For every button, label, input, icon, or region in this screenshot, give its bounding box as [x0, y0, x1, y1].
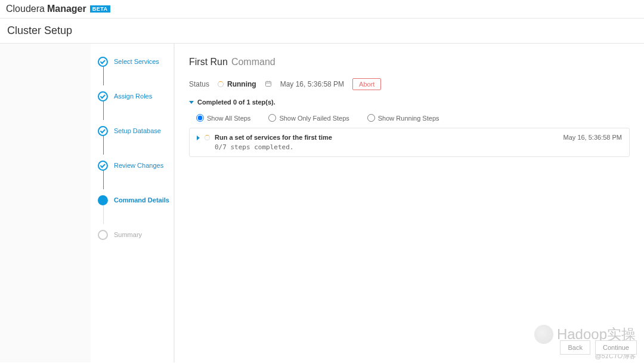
status-row: Status Running May 16, 5:36:58 PM Abort [189, 78, 630, 90]
brand-cloudera: Cloudera [6, 4, 45, 14]
continue-button[interactable]: Continue [595, 340, 637, 355]
completed-summary: Completed 0 of 1 step(s). [197, 99, 275, 106]
filter-all[interactable]: Show All Steps [196, 114, 250, 122]
completed-toggle[interactable]: Completed 0 of 1 step(s). [189, 99, 630, 106]
spinner-icon [205, 135, 210, 140]
step-label: Command Details [114, 196, 169, 204]
step-setup-database[interactable]: Setup Database [91, 125, 174, 137]
chevron-right-icon[interactable] [197, 136, 200, 140]
task-progress: 0/7 steps completed. [215, 143, 559, 151]
content-panel: First Run Command Status Running May 16,… [174, 44, 644, 362]
status-timestamp: May 16, 5:36:58 PM [280, 80, 344, 88]
step-label: Assign Roles [114, 93, 152, 100]
title-sub: Command [231, 57, 275, 67]
radio-running[interactable] [367, 114, 375, 122]
check-icon [98, 91, 108, 101]
step-label: Setup Database [114, 127, 161, 134]
task-card: Run a set of services for the first time… [189, 128, 630, 157]
check-icon [98, 126, 108, 136]
radio-all[interactable] [196, 114, 204, 122]
task-body: Run a set of services for the first time… [215, 134, 559, 151]
filter-running[interactable]: Show Running Steps [367, 114, 439, 122]
spinner-icon [218, 81, 224, 87]
title-main: First Run [189, 57, 228, 67]
radio-failed[interactable] [268, 114, 276, 122]
task-time: May 16, 5:36:58 PM [564, 134, 622, 141]
footer-nav: Back Continue [560, 340, 637, 355]
step-command-details[interactable]: Command Details [91, 194, 174, 206]
status-value: Running [227, 80, 256, 88]
abort-button[interactable]: Abort [352, 78, 381, 90]
left-gutter [0, 44, 91, 362]
filter-label: Show Only Failed Steps [279, 115, 349, 122]
main-layout: Select Services Assign Roles Setup Datab… [0, 44, 644, 362]
current-step-icon [98, 195, 108, 205]
chevron-down-icon [189, 101, 194, 104]
back-button[interactable]: Back [560, 340, 590, 355]
brand-manager: Manager [47, 4, 86, 14]
beta-badge: BETA [90, 5, 110, 13]
top-bar: Cloudera Manager BETA [0, 0, 644, 19]
svg-rect-0 [265, 81, 271, 86]
page-subtitle: Cluster Setup [0, 19, 644, 44]
step-summary: Summary [91, 229, 174, 241]
step-label: Summary [114, 231, 142, 238]
page-title: First Run Command [189, 57, 630, 67]
step-label: Select Services [114, 58, 159, 65]
filter-label: Show Running Steps [378, 115, 439, 122]
filter-failed[interactable]: Show Only Failed Steps [268, 114, 349, 122]
stepper-sidebar: Select Services Assign Roles Setup Datab… [91, 44, 174, 362]
pending-step-icon [98, 230, 108, 240]
filter-label: Show All Steps [207, 115, 250, 122]
check-icon [98, 57, 108, 67]
check-icon [98, 161, 108, 171]
step-review-changes[interactable]: Review Changes [91, 159, 174, 171]
calendar-icon [265, 80, 272, 89]
step-label: Review Changes [114, 162, 163, 169]
task-title: Run a set of services for the first time [215, 134, 559, 141]
status-label: Status [189, 80, 209, 88]
step-select-services[interactable]: Select Services [91, 56, 174, 67]
step-assign-roles[interactable]: Assign Roles [91, 90, 174, 102]
filter-row: Show All Steps Show Only Failed Steps Sh… [189, 114, 630, 122]
